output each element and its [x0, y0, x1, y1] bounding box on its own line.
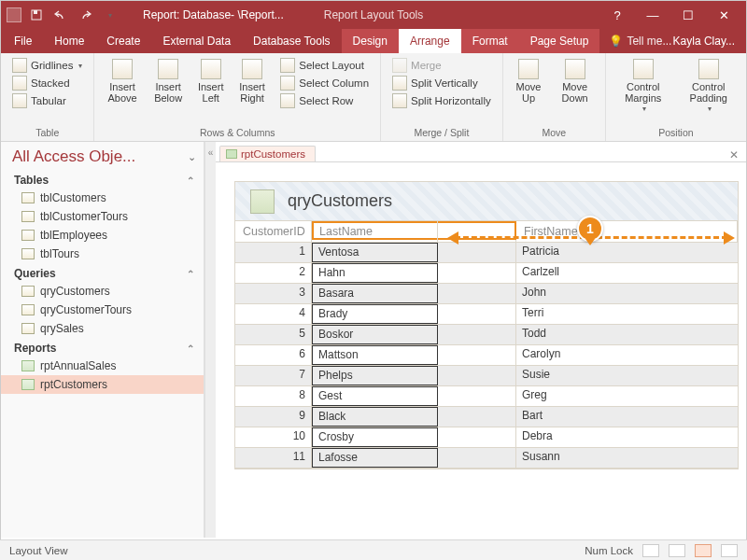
maximize-button[interactable]: ☐ [671, 2, 705, 28]
cell-lastname[interactable]: Ventosa [312, 243, 438, 262]
table-row[interactable]: 8GestGreg [235, 386, 738, 407]
tab-page-setup[interactable]: Page Setup [519, 29, 600, 53]
cell-lastname[interactable]: Basara [312, 284, 438, 303]
redo-button[interactable] [76, 6, 94, 24]
col-header-customerid[interactable]: CustomerID [235, 221, 312, 242]
cell-customerid[interactable]: 6 [235, 345, 312, 365]
cell-lastname[interactable]: Brady [312, 304, 438, 324]
cell-firstname[interactable]: Debra [516, 427, 738, 447]
cell-customerid[interactable]: 10 [235, 427, 312, 447]
cell-empty[interactable] [438, 284, 516, 303]
merge-button[interactable]: Merge [388, 57, 495, 74]
insert-below-button[interactable]: Insert Below [148, 57, 189, 105]
nav-item-tblemployees[interactable]: tblEmployees [1, 226, 204, 245]
nav-section-queries[interactable]: Queries⌃ [1, 263, 204, 282]
tabular-button[interactable]: Tabular [8, 92, 86, 109]
cell-empty[interactable] [438, 448, 516, 468]
close-button[interactable]: ✕ [707, 2, 740, 28]
nav-item-qrysales[interactable]: qrySales [1, 319, 204, 338]
cell-customerid[interactable]: 11 [235, 448, 312, 468]
nav-item-qrycustomertours[interactable]: qryCustomerTours [1, 301, 204, 319]
file-tab[interactable]: File [3, 29, 43, 53]
tell-me[interactable]: 💡 Tell me... [609, 29, 671, 53]
tab-create[interactable]: Create [95, 29, 151, 53]
table-row[interactable]: 11LafosseSusann [235, 448, 738, 469]
cell-lastname[interactable]: Hahn [312, 263, 438, 283]
select-layout-button[interactable]: Select Layout [276, 57, 373, 74]
cell-empty[interactable] [438, 243, 516, 262]
cell-customerid[interactable]: 2 [235, 263, 312, 283]
cell-firstname[interactable]: Greg [516, 386, 738, 406]
cell-firstname[interactable]: Susie [516, 366, 738, 385]
view-report-button[interactable] [642, 544, 659, 557]
view-layout-button[interactable] [695, 544, 712, 557]
cell-customerid[interactable]: 5 [235, 325, 312, 344]
cell-customerid[interactable]: 1 [235, 243, 312, 262]
tab-database-tools[interactable]: Database Tools [242, 29, 342, 53]
table-row[interactable]: 1VentosaPatricia [235, 243, 738, 263]
split-vertically-button[interactable]: Split Vertically [388, 75, 495, 91]
table-row[interactable]: 2HahnCarlzell [235, 263, 738, 284]
cell-lastname[interactable]: Gest [312, 386, 438, 406]
user-name[interactable]: Kayla Clay... [673, 29, 744, 53]
close-document-button[interactable]: ✕ [722, 148, 746, 161]
move-up-button[interactable]: Move Up [511, 57, 547, 105]
nav-header[interactable]: All Access Obje... ⌄ [1, 142, 204, 170]
tab-arrange[interactable]: Arrange [399, 29, 461, 53]
document-tab-rptcustomers[interactable]: rptCustomers [219, 146, 316, 161]
cell-firstname[interactable]: Todd [516, 325, 738, 344]
nav-item-tblcustomers[interactable]: tblCustomers [1, 189, 204, 207]
nav-item-tbltours[interactable]: tblTours [1, 245, 204, 263]
undo-button[interactable] [51, 6, 70, 24]
cell-firstname[interactable]: John [516, 284, 738, 303]
cell-empty[interactable] [438, 366, 516, 385]
cell-empty[interactable] [438, 304, 516, 324]
cell-firstname[interactable]: Terri [516, 304, 738, 324]
table-row[interactable]: 5BoskorTodd [235, 325, 738, 345]
shutter-bar-button[interactable]: « [204, 142, 216, 538]
cell-firstname[interactable]: Patricia [516, 243, 738, 262]
cell-firstname[interactable]: Susann [516, 448, 738, 468]
cell-firstname[interactable]: Carolyn [516, 345, 738, 365]
cell-lastname[interactable]: Crosby [312, 427, 438, 447]
col-header-lastname[interactable]: LastName [312, 221, 438, 242]
insert-above-button[interactable]: Insert Above [102, 57, 142, 105]
cell-lastname[interactable]: Mattson [312, 345, 438, 365]
report-header[interactable]: qryCustomers [235, 182, 738, 221]
qat-customize-button[interactable] [100, 6, 119, 24]
move-down-button[interactable]: Move Down [552, 57, 598, 105]
view-print-preview-button[interactable] [669, 544, 685, 557]
cell-lastname[interactable]: Black [312, 407, 438, 427]
tab-design[interactable]: Design [342, 29, 399, 53]
minimize-button[interactable]: — [636, 2, 669, 28]
select-row-button[interactable]: Select Row [276, 92, 373, 109]
insert-left-button[interactable]: Insert Left [194, 57, 228, 105]
cell-customerid[interactable]: 4 [235, 304, 312, 324]
cell-customerid[interactable]: 8 [235, 386, 312, 406]
table-row[interactable]: 9BlackBart [235, 407, 738, 427]
table-row[interactable]: 10CrosbyDebra [235, 427, 738, 448]
cell-firstname[interactable]: Carlzell [516, 263, 738, 283]
nav-section-tables[interactable]: Tables⌃ [1, 170, 204, 189]
save-quick-button[interactable] [27, 6, 46, 24]
nav-item-qrycustomers[interactable]: qryCustomers [1, 282, 204, 301]
cell-empty[interactable] [438, 263, 516, 283]
cell-lastname[interactable]: Phelps [312, 366, 438, 385]
cell-customerid[interactable]: 9 [235, 407, 312, 427]
cell-lastname[interactable]: Boskor [312, 325, 438, 344]
tab-home[interactable]: Home [43, 29, 95, 53]
cell-customerid[interactable]: 7 [235, 366, 312, 385]
report-canvas[interactable]: ✚ qryCustomers 1 CustomerID LastName [216, 162, 746, 538]
cell-empty[interactable] [438, 427, 516, 447]
help-button[interactable]: ? [600, 2, 634, 28]
cell-customerid[interactable]: 3 [235, 284, 312, 303]
cell-firstname[interactable]: Bart [516, 407, 738, 427]
cell-lastname[interactable]: Lafosse [312, 448, 438, 468]
table-row[interactable]: 7PhelpsSusie [235, 366, 738, 386]
nav-item-rptcustomers[interactable]: rptCustomers [1, 375, 204, 394]
tab-external-data[interactable]: External Data [151, 29, 242, 53]
split-horizontally-button[interactable]: Split Horizontally [388, 92, 495, 109]
cell-empty[interactable] [438, 407, 516, 427]
stacked-button[interactable]: Stacked [8, 75, 86, 91]
control-margins-button[interactable]: Control Margins [613, 57, 673, 116]
